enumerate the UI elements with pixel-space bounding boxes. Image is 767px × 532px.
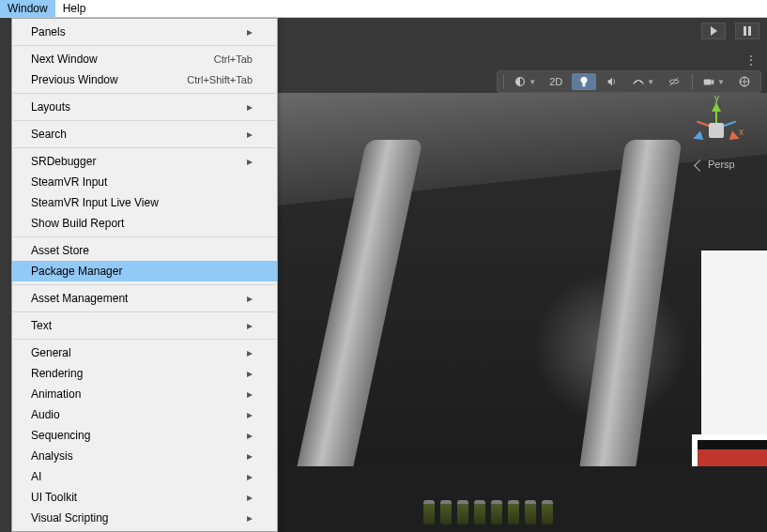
window-menu-dropdown: Panels▸ Next WindowCtrl+Tab Previous Win… [11,18,278,532]
audio-toggle[interactable] [600,73,624,90]
menu-item-steamvr-input-live[interactable]: SteamVR Input Live View [12,192,277,213]
lightbulb-icon [577,75,591,88]
chevron-right-icon: ▸ [243,25,253,38]
chevron-down-icon: ▼ [529,78,536,86]
chevron-right-icon: ▸ [243,388,253,401]
kebab-icon[interactable]: ⋮ [745,53,758,67]
projection-label[interactable]: Persp [696,159,735,170]
shortcut-label: Ctrl+Shift+Tab [187,74,253,85]
gizmos-icon [738,75,751,88]
play-button[interactable] [701,23,726,39]
lighting-toggle[interactable] [572,73,596,90]
menu-item-steamvr-input[interactable]: SteamVR Input [12,172,277,192]
chevron-right-icon: ▸ [243,511,253,524]
chevron-right-icon: ▸ [243,449,253,463]
menu-window[interactable]: Window [0,0,55,17]
menu-item-asset-store[interactable]: Asset Store [12,240,277,261]
scene-wall-panel [701,251,767,438]
menu-item-srdebugger[interactable]: SRDebugger▸ [12,151,277,172]
menu-item-show-build-report[interactable]: Show Build Report [12,213,277,234]
chevron-right-icon: ▸ [243,319,253,332]
menu-item-panels[interactable]: Panels▸ [12,22,277,42]
menu-separator [13,312,276,312]
menu-help[interactable]: Help [55,0,94,17]
gizmo-y-label: y [714,93,719,103]
shortcut-label: Ctrl+Tab [214,53,253,65]
menu-item-general[interactable]: General▸ [12,342,277,363]
svg-point-3 [640,81,642,83]
chevron-down-icon: ▼ [647,78,654,86]
chevron-right-icon: ▸ [243,346,253,359]
gizmos-button[interactable] [732,73,757,90]
hidden-objects-toggle[interactable] [662,73,686,90]
menu-separator [13,339,276,340]
cone-icon [692,131,704,144]
menu-item-asset-management[interactable]: Asset Management▸ [12,288,277,309]
menu-item-sequencing[interactable]: Sequencing▸ [12,425,277,446]
chevron-right-icon: ▸ [243,429,253,442]
audio-icon [606,75,619,88]
menu-item-visual-scripting[interactable]: Visual Scripting▸ [12,508,277,528]
eye-off-icon [667,75,681,88]
menubar: Window Help [0,0,767,18]
mode-2d-button[interactable]: 2D [544,73,568,90]
menu-separator [13,93,276,94]
chevron-right-icon: ▸ [243,367,253,380]
gizmo-cube [709,123,724,138]
chevron-right-icon: ▸ [243,470,253,483]
menu-separator [13,284,276,285]
shaded-icon [514,75,527,88]
svg-rect-1 [583,85,586,86]
menu-separator [13,236,276,237]
menu-item-ui-toolkit[interactable]: UI Toolkit▸ [12,487,277,508]
orientation-gizmo[interactable]: x y Persp [686,100,746,175]
pause-icon [744,26,751,36]
menu-separator [13,120,276,121]
menu-separator [13,147,276,148]
menu-item-next-window[interactable]: Next WindowCtrl+Tab [12,49,277,69]
menu-item-analysis[interactable]: Analysis▸ [12,446,277,466]
menu-separator [13,45,276,46]
chevron-down-icon: ▼ [717,78,725,86]
camera-icon [702,75,715,88]
chevron-right-icon: ▸ [243,408,253,421]
menu-item-animation[interactable]: Animation▸ [12,384,277,404]
menu-item-previous-window[interactable]: Previous WindowCtrl+Shift+Tab [12,69,277,90]
chevron-right-icon: ▸ [243,491,253,504]
scene-props [423,500,553,524]
playback-controls [701,22,759,40]
chevron-right-icon: ▸ [243,100,253,114]
shading-mode-button[interactable]: ▼ [510,73,540,90]
svg-line-4 [670,78,679,86]
scene-toolbar: ▼ 2D ▼ ▼ [497,70,761,93]
chevron-right-icon: ▸ [243,128,253,141]
menu-item-rendering[interactable]: Rendering▸ [12,363,277,384]
play-icon [711,26,717,36]
menu-item-audio[interactable]: Audio▸ [12,404,277,425]
svg-point-2 [636,81,637,83]
chevron-right-icon: ▸ [243,155,253,168]
menu-item-search[interactable]: Search▸ [12,124,277,144]
svg-rect-5 [704,79,712,84]
menu-item-text[interactable]: Text▸ [12,315,277,336]
camera-settings-button[interactable]: ▼ [698,73,729,90]
chevron-right-icon: ▸ [243,292,253,305]
menu-item-package-manager[interactable]: Package Manager [12,261,277,281]
gizmo-x-label: x [739,127,744,137]
cone-icon [712,102,721,112]
fx-toggle[interactable]: ▼ [628,73,658,90]
menu-item-ai[interactable]: AI▸ [12,466,277,487]
pause-button[interactable] [735,23,759,39]
menu-item-layouts[interactable]: Layouts▸ [12,97,277,117]
fx-icon [632,75,645,88]
